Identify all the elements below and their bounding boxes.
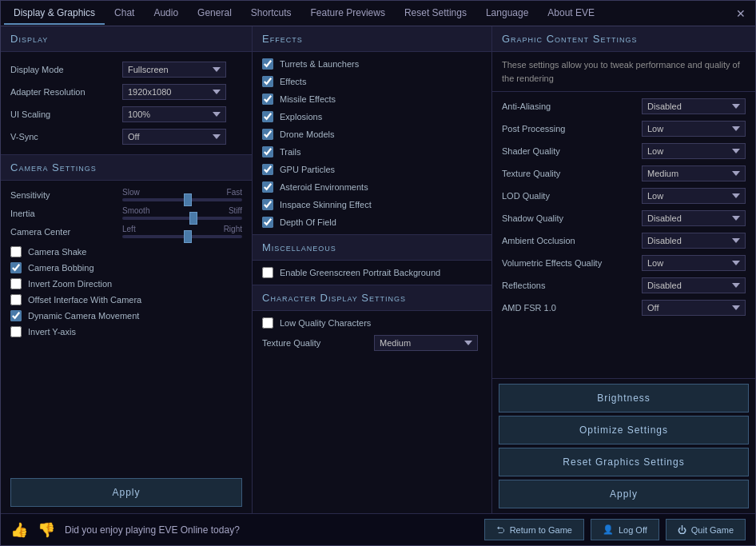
amd-fsr-select[interactable]: Off Performance Balanced Quality [642, 300, 746, 316]
tab-audio[interactable]: Audio [144, 2, 188, 25]
ui-scaling-row: UI Scaling 100% 90% 110% 125% [1, 103, 252, 126]
vsync-label: V-Sync [10, 132, 122, 141]
turrets-launchers-checkbox[interactable] [262, 58, 273, 70]
apply-button-left[interactable]: Apply [10, 478, 242, 507]
vsync-select[interactable]: Off On [122, 129, 226, 145]
return-to-game-button[interactable]: ⮌ Return to Game [484, 519, 584, 540]
asteroid-environments-item: Asteroid Environments [253, 178, 491, 196]
shader-quality-select[interactable]: Low Medium High [642, 143, 746, 159]
ambient-occlusion-select[interactable]: Disabled Low High [642, 233, 746, 249]
post-processing-select[interactable]: Low Medium High Disabled [642, 121, 746, 137]
offset-interface-label[interactable]: Offset Interface With Camera [10, 294, 141, 305]
adapter-resolution-label: Adapter Resolution [10, 87, 122, 97]
tab-display-graphics[interactable]: Display & Graphics [4, 2, 105, 25]
shadow-quality-select[interactable]: Disabled Low Medium High [642, 210, 746, 226]
reset-graphics-button[interactable]: Reset Graphics Settings [499, 448, 749, 476]
log-off-button[interactable]: 👤 Log Off [591, 519, 659, 540]
quit-game-button[interactable]: ⏻ Quit Game [666, 519, 746, 540]
anti-aliasing-select[interactable]: Disabled Low High [642, 98, 746, 114]
invert-zoom-label[interactable]: Invert Zoom Direction [10, 278, 112, 289]
effects-header: Effects [253, 26, 491, 52]
adapter-resolution-row: Adapter Resolution 1920x1080 2560x1440 1… [1, 81, 252, 103]
texture-quality-graphic-row: Texture Quality Medium Low High [492, 162, 755, 185]
tab-chat[interactable]: Chat [105, 2, 144, 25]
ui-scaling-label: UI Scaling [10, 110, 122, 119]
gpu-particles-item: GPU Particles [253, 161, 491, 178]
reflections-label: Reflections [502, 281, 642, 290]
reflections-select[interactable]: Disabled Low High [642, 277, 746, 293]
bottom-bar-right: ⮌ Return to Game 👤 Log Off ⏻ Quit Game [484, 519, 746, 540]
missile-effects-item: Missile Effects [253, 90, 491, 108]
offset-interface-row: Offset Interface With Camera [1, 292, 252, 308]
explosions-item: Explosions [253, 108, 491, 126]
camera-bobbing-label[interactable]: Camera Bobbing [10, 262, 94, 273]
depth-of-field-checkbox[interactable] [262, 217, 273, 228]
dynamic-camera-checkbox[interactable] [10, 310, 22, 321]
tab-about-eve[interactable]: About EVE [538, 2, 604, 25]
lod-quality-label: LOD Quality [502, 191, 642, 201]
camera-bobbing-checkbox[interactable] [10, 262, 22, 273]
camera-center-slider-container: Left Right [122, 225, 242, 238]
effects-checkbox[interactable] [262, 76, 273, 87]
post-processing-row: Post Processing Low Medium High Disabled [492, 118, 755, 140]
invert-zoom-checkbox[interactable] [10, 278, 22, 289]
tab-reset-settings[interactable]: Reset Settings [395, 2, 476, 25]
left-panel: Display Display Mode Fullscreen Windowed… [1, 26, 253, 513]
turrets-launchers-item: Turrets & Launchers [253, 55, 491, 73]
power-icon: ⏻ [678, 525, 686, 535]
ambient-occlusion-label: Ambient Occlusion [502, 236, 642, 245]
camera-center-slider[interactable] [122, 235, 242, 238]
display-settings-group: Display Mode Fullscreen Windowed Borderl… [1, 52, 252, 154]
inertia-slider[interactable] [122, 217, 242, 220]
texture-quality-select[interactable]: Medium Low High [374, 335, 478, 351]
offset-interface-checkbox[interactable] [10, 294, 22, 305]
invert-zoom-row: Invert Zoom Direction [1, 276, 252, 292]
texture-quality-label: Texture Quality [262, 338, 374, 348]
volumetric-effects-select[interactable]: Low Medium High Disabled [642, 255, 746, 271]
trails-item: Trails [253, 143, 491, 161]
graphic-content-desc: These settings allow you to tweak perfor… [492, 52, 755, 92]
low-quality-chars-item: Low Quality Characters [253, 314, 491, 332]
adapter-resolution-select[interactable]: 1920x1080 2560x1440 1280x720 [122, 84, 226, 100]
ui-scaling-select[interactable]: 100% 90% 110% 125% [122, 106, 226, 122]
volumetric-effects-row: Volumetric Effects Quality Low Medium Hi… [492, 252, 755, 274]
invert-y-checkbox[interactable] [10, 326, 22, 337]
gpu-particles-checkbox[interactable] [262, 164, 273, 175]
tab-language[interactable]: Language [476, 2, 538, 25]
sensitivity-row: Sensitivity Slow Fast [1, 185, 252, 204]
dynamic-camera-label[interactable]: Dynamic Camera Movement [10, 310, 139, 321]
close-button[interactable]: ✕ [730, 4, 752, 23]
greenscreen-checkbox[interactable] [262, 267, 273, 278]
tab-general[interactable]: General [188, 2, 241, 25]
tab-feature-previews[interactable]: Feature Previews [301, 2, 395, 25]
texture-quality-graphic-select[interactable]: Medium Low High [642, 165, 746, 181]
low-quality-chars-checkbox[interactable] [262, 317, 273, 329]
display-mode-select[interactable]: Fullscreen Windowed Borderless [122, 62, 226, 78]
post-processing-label: Post Processing [502, 124, 642, 134]
camera-shake-checkbox[interactable] [10, 246, 22, 257]
camera-shake-label[interactable]: Camera Shake [10, 246, 86, 257]
thumbs-down-icon[interactable]: 👎 [38, 521, 55, 539]
asteroid-environments-checkbox[interactable] [262, 181, 273, 193]
camera-section: Camera Settings Sensitivity Slow Fast In… [1, 154, 252, 340]
tab-shortcuts[interactable]: Shortcuts [241, 2, 301, 25]
invert-y-label[interactable]: Invert Y-axis [10, 326, 76, 337]
missile-effects-checkbox[interactable] [262, 94, 273, 105]
return-icon: ⮌ [496, 525, 505, 535]
sensitivity-slider[interactable] [122, 198, 242, 201]
lod-quality-select[interactable]: Low Medium High [642, 188, 746, 204]
optimize-settings-button[interactable]: Optimize Settings [499, 416, 749, 444]
apply-button-right[interactable]: Apply [499, 480, 749, 508]
amd-fsr-label: AMD FSR 1.0 [502, 303, 642, 313]
camera-shake-row: Camera Shake [1, 244, 252, 260]
drone-models-checkbox[interactable] [262, 129, 273, 140]
sensitivity-label: Sensitivity [10, 190, 122, 200]
inspace-skinning-checkbox[interactable] [262, 199, 273, 210]
explosions-checkbox[interactable] [262, 111, 273, 122]
thumbs-up-icon[interactable]: 👍 [10, 521, 28, 539]
inertia-slider-container: Smooth Stiff [122, 206, 242, 220]
trails-checkbox[interactable] [262, 146, 273, 157]
texture-quality-row: Texture Quality Medium Low High [253, 332, 491, 354]
misc-header: Miscellaneous [253, 235, 491, 261]
brightness-button[interactable]: Brightness [499, 384, 749, 412]
